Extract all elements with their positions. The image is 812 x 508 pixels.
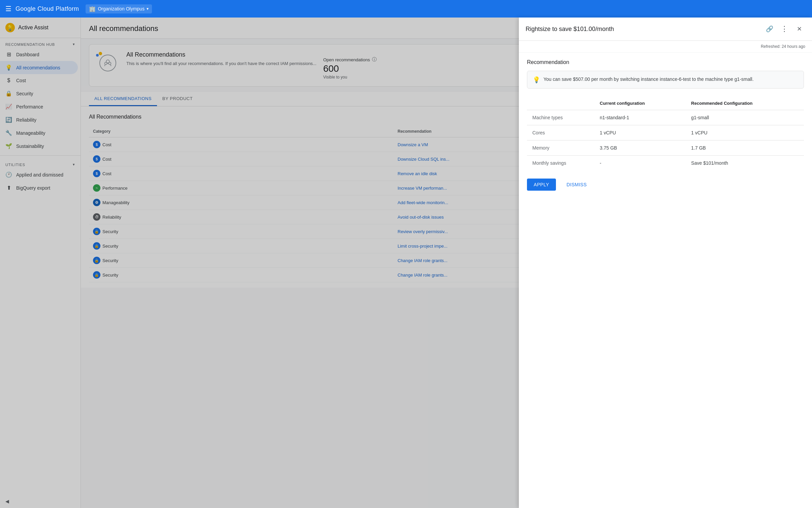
config-recommended-0: g1-small <box>686 110 804 125</box>
config-label-3: Monthly savings <box>527 156 594 171</box>
config-recommended-3: Save $101/month <box>686 156 804 171</box>
panel-close-button[interactable]: ✕ <box>793 23 805 35</box>
config-recommended-2: 1.7 GB <box>686 140 804 156</box>
panel-more-button[interactable]: ⋮ <box>778 23 790 35</box>
config-row: Machine types n1-standard-1 g1-small <box>527 110 804 125</box>
panel-close-icon: ✕ <box>797 25 802 33</box>
config-body: Machine types n1-standard-1 g1-small Cor… <box>527 110 804 171</box>
config-label-2: Memory <box>527 140 594 156</box>
panel-link-icon: 🔗 <box>766 25 773 33</box>
config-label-0: Machine types <box>527 110 594 125</box>
org-selector[interactable]: 🏢 Organization Olympus ▾ <box>86 4 152 13</box>
menu-icon[interactable]: ☰ <box>5 5 11 13</box>
info-banner-icon: 💡 <box>533 76 540 84</box>
config-current-0: n1-standard-1 <box>594 110 686 125</box>
panel-refresh-text: Refreshed: 24 hours ago <box>519 41 812 53</box>
panel-link-button[interactable]: 🔗 <box>763 23 776 35</box>
apply-button[interactable]: APPLY <box>527 179 556 191</box>
app-logo: Google Cloud Platform <box>15 5 79 12</box>
info-banner: 💡 You can save $507.00 per month by swit… <box>527 71 804 89</box>
org-name: Organization Olympus <box>98 6 145 11</box>
config-col-header-0 <box>527 97 594 110</box>
config-label-1: Cores <box>527 125 594 140</box>
config-table: Current configurationRecommended Configu… <box>527 97 804 170</box>
config-recommended-1: 1 vCPU <box>686 125 804 140</box>
panel-actions: APPLY DISMISS <box>527 179 804 191</box>
top-nav: ☰ Google Cloud Platform 🏢 Organization O… <box>0 0 812 18</box>
panel-more-icon: ⋮ <box>781 25 788 33</box>
org-chevron-icon: ▾ <box>147 6 149 11</box>
info-banner-text: You can save $507.00 per month by switch… <box>543 76 754 83</box>
panel-body: Recommendation 💡 You can save $507.00 pe… <box>519 53 812 197</box>
config-row: Memory 3.75 GB 1.7 GB <box>527 140 804 156</box>
config-col-header-2: Recommended Configuration <box>686 97 804 110</box>
panel-section-title: Recommendation <box>527 59 804 65</box>
org-icon: 🏢 <box>89 6 96 12</box>
panel-header-actions: 🔗 ⋮ ✕ <box>763 23 805 35</box>
config-col-header-1: Current configuration <box>594 97 686 110</box>
config-row: Monthly savings - Save $101/month <box>527 156 804 171</box>
side-panel: Rightsize to save $101.00/month 🔗 ⋮ ✕ Re… <box>519 18 812 508</box>
panel-title: Rightsize to save $101.00/month <box>526 26 614 33</box>
config-current-1: 1 vCPU <box>594 125 686 140</box>
panel-header: Rightsize to save $101.00/month 🔗 ⋮ ✕ <box>519 18 812 41</box>
config-row: Cores 1 vCPU 1 vCPU <box>527 125 804 140</box>
dismiss-button[interactable]: DISMISS <box>560 179 594 191</box>
config-current-2: 3.75 GB <box>594 140 686 156</box>
config-current-3: - <box>594 156 686 171</box>
config-header-row: Current configurationRecommended Configu… <box>527 97 804 110</box>
